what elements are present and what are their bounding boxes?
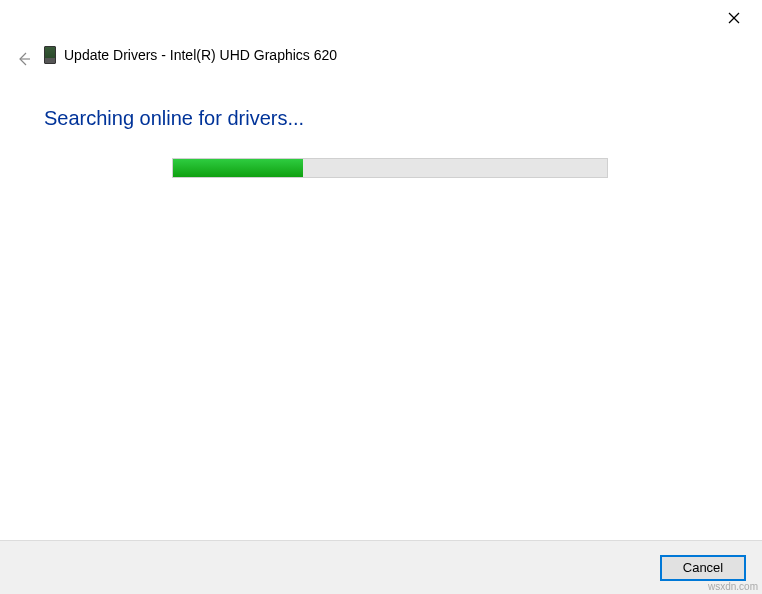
back-button[interactable]	[14, 49, 34, 69]
dialog-footer: Cancel	[0, 540, 762, 594]
watermark: wsxdn.com	[708, 581, 758, 592]
progress-bar	[172, 158, 608, 178]
status-message: Searching online for drivers...	[44, 107, 304, 130]
back-arrow-icon	[16, 51, 32, 67]
dialog-title: Update Drivers - Intel(R) UHD Graphics 6…	[64, 47, 337, 63]
progress-fill	[173, 159, 303, 177]
close-icon	[728, 12, 740, 24]
close-button[interactable]	[724, 8, 744, 28]
dialog-header: Update Drivers - Intel(R) UHD Graphics 6…	[44, 46, 337, 64]
cancel-button[interactable]: Cancel	[660, 555, 746, 581]
device-icon	[44, 46, 56, 64]
